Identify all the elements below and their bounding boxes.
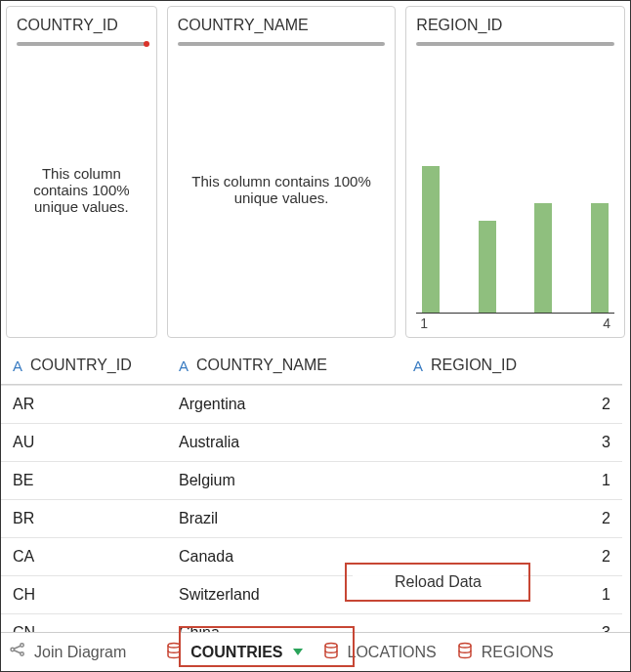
bottom-tab-bar: Join Diagram COUNTRIES LOCATIONS <box>1 632 630 671</box>
cell-country-name: Australia <box>167 424 401 461</box>
cell-country-id: AR <box>1 386 167 423</box>
cell-country-id: BR <box>1 500 167 537</box>
database-icon <box>456 642 474 662</box>
chart-bar <box>591 203 609 314</box>
column-label: COUNTRY_ID <box>30 357 132 374</box>
svg-point-5 <box>168 644 180 649</box>
svg-point-2 <box>21 652 23 655</box>
card-title: REGION_ID <box>416 17 614 34</box>
cell-region-id: 1 <box>401 462 622 499</box>
database-icon <box>322 642 340 662</box>
axis-min: 1 <box>420 315 428 331</box>
profile-card-region-id[interactable]: REGION_ID 1 4 <box>405 6 625 338</box>
table-row[interactable]: ARArgentina2 <box>1 385 622 423</box>
cell-country-id: BE <box>1 462 167 499</box>
cell-region-id: 3 <box>401 424 622 461</box>
column-header-country-id[interactable]: A COUNTRY_ID <box>1 347 167 384</box>
quality-bar <box>17 40 147 48</box>
chart-bar <box>422 166 440 313</box>
svg-point-1 <box>21 644 23 647</box>
svg-line-4 <box>14 651 21 653</box>
svg-point-0 <box>11 648 14 651</box>
type-badge: A <box>413 357 423 374</box>
cell-region-id: 2 <box>401 500 622 537</box>
svg-point-6 <box>325 644 337 649</box>
chart-bar <box>534 203 552 314</box>
database-icon <box>165 642 183 662</box>
tab-label: LOCATIONS <box>348 644 437 661</box>
cell-country-id: CA <box>1 538 167 575</box>
column-label: COUNTRY_NAME <box>196 357 327 374</box>
countries-tab[interactable]: COUNTRIES <box>165 642 302 662</box>
column-header-region-id[interactable]: A REGION_ID <box>401 347 622 384</box>
axis-max: 4 <box>603 315 610 331</box>
reload-data-menu-item[interactable]: Reload Data <box>353 567 524 597</box>
cell-country-name: Argentina <box>167 386 401 423</box>
caret-down-icon <box>293 649 303 655</box>
card-body-text: This column contains 100% unique values. <box>17 48 147 331</box>
cell-country-id: CH <box>1 576 167 613</box>
table-row[interactable]: AUAustralia3 <box>1 423 622 461</box>
profile-card-country-id[interactable]: COUNTRY_ID This column contains 100% uni… <box>6 6 157 338</box>
quality-bar <box>416 40 614 48</box>
column-header-country-name[interactable]: A COUNTRY_NAME <box>167 347 401 384</box>
cell-country-name: Belgium <box>167 462 401 499</box>
table-row[interactable]: CHSwitzerland1 <box>1 575 622 613</box>
column-profile-cards: COUNTRY_ID This column contains 100% uni… <box>1 1 630 343</box>
card-title: COUNTRY_NAME <box>178 17 386 34</box>
card-body-text: This column contains 100% unique values. <box>178 48 386 331</box>
tab-label: REGIONS <box>482 644 554 661</box>
type-badge: A <box>179 357 189 374</box>
svg-point-7 <box>459 644 471 649</box>
tab-label: Join Diagram <box>34 644 126 661</box>
share-icon <box>9 641 26 663</box>
table-row[interactable]: BRBrazil2 <box>1 499 622 537</box>
table-row[interactable]: CACanada2 <box>1 537 622 575</box>
table-row[interactable]: BEBelgium1 <box>1 461 622 499</box>
cell-country-id: AU <box>1 424 167 461</box>
type-badge: A <box>13 357 22 374</box>
regions-tab[interactable]: REGIONS <box>456 642 554 662</box>
cell-country-name: Brazil <box>167 500 401 537</box>
column-label: REGION_ID <box>431 357 517 374</box>
profile-card-country-name[interactable]: COUNTRY_NAME This column contains 100% u… <box>167 6 397 338</box>
svg-line-3 <box>14 646 21 649</box>
locations-tab[interactable]: LOCATIONS <box>322 642 437 662</box>
cell-region-id: 2 <box>401 386 622 423</box>
tab-label: COUNTRIES <box>190 644 282 661</box>
table-header: A COUNTRY_ID A COUNTRY_NAME A REGION_ID <box>1 347 622 385</box>
quality-bar <box>178 40 386 48</box>
chart-bar <box>479 221 496 313</box>
join-diagram-tab[interactable]: Join Diagram <box>9 641 126 663</box>
distribution-chart: 1 4 <box>416 48 614 331</box>
card-title: COUNTRY_ID <box>17 17 147 34</box>
data-table: A COUNTRY_ID A COUNTRY_NAME A REGION_ID … <box>1 347 622 651</box>
